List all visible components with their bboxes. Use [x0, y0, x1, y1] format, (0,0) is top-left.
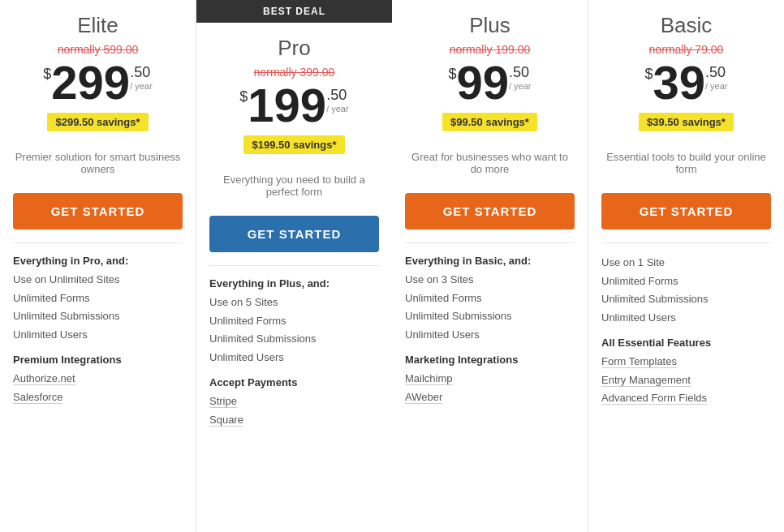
original-price: normally 199.00 — [405, 43, 575, 56]
plan-features: Use on 1 SiteUnlimited FormsUnlimited Su… — [588, 255, 784, 532]
feature-group-title: Everything in Plus, and: — [209, 277, 379, 290]
feature-item: Stripe — [209, 393, 379, 410]
feature-item: Authorize.net — [13, 371, 183, 387]
feature-item: Use on 1 Site — [601, 255, 771, 271]
plan-name: Pro — [209, 36, 379, 61]
plan-header: Pro normally 399.00 $ 199 .50 / year $19… — [196, 23, 392, 169]
feature-group-title: Everything in Basic, and: — [405, 255, 575, 267]
feature-item: Unlimited Forms — [405, 290, 575, 307]
feature-item: Use on 5 Sites — [209, 294, 379, 311]
plan-description: Great for businesses who want to do more — [405, 151, 575, 183]
price-main: 199 — [248, 82, 326, 129]
price-dollar: $ — [43, 66, 51, 83]
savings-badge: $99.50 savings* — [442, 113, 537, 131]
feature-item: Unlimited Users — [405, 327, 575, 343]
plan-divider — [601, 242, 771, 243]
plan-basic: Basic normally 79.00 $ 39 .50 / year $39… — [588, 0, 784, 532]
feature-link[interactable]: Stripe — [209, 395, 237, 408]
feature-link[interactable]: Salesforce — [13, 391, 62, 404]
plan-features: Everything in Basic, and:Use on 3 SitesU… — [392, 255, 588, 532]
price-year: / year — [509, 81, 532, 91]
feature-link[interactable]: Advanced Form Fields — [601, 392, 707, 405]
feature-item: Unlimited Users — [209, 350, 379, 366]
feature-link[interactable]: Form Templates — [601, 355, 677, 368]
plan-divider — [209, 265, 379, 266]
feature-link[interactable]: Entry Management — [601, 374, 691, 387]
price-cents: .50 — [509, 64, 529, 81]
feature-item: Unlimited Users — [601, 310, 771, 326]
price-cents-year: .50 / year — [130, 64, 153, 91]
original-price: normally 399.00 — [209, 66, 379, 79]
plan-name: Elite — [13, 13, 183, 38]
plan-description: Premier solution for smart business owne… — [13, 151, 183, 183]
price-dollar: $ — [644, 66, 653, 83]
feature-group: Everything in Basic, and:Use on 3 SitesU… — [405, 255, 575, 342]
feature-link[interactable]: Authorize.net — [13, 372, 75, 385]
feature-item: Unlimited Forms — [209, 313, 379, 329]
feature-group-title: Everything in Pro, and: — [13, 255, 183, 267]
price-cents: .50 — [326, 87, 347, 104]
feature-item: Unlimited Forms — [13, 290, 183, 307]
feature-link[interactable]: Mailchimp — [405, 372, 453, 385]
get-started-button[interactable]: GET STARTED — [13, 193, 183, 230]
best-deal-banner: BEST DEAL — [196, 0, 392, 23]
price-year: / year — [705, 81, 728, 91]
feature-link[interactable]: Square — [209, 414, 243, 427]
feature-item: Salesforce — [13, 389, 183, 405]
plan-plus: Plus normally 199.00 $ 99 .50 / year $99… — [392, 0, 588, 532]
price-cents-year: .50 / year — [326, 87, 349, 114]
price-row: $ 39 .50 / year — [601, 59, 771, 106]
plan-header: Elite normally 599.00 $ 299 .50 / year $… — [0, 0, 196, 146]
price-year: / year — [130, 81, 153, 91]
feature-group: Use on 1 SiteUnlimited FormsUnlimited Su… — [601, 255, 771, 325]
plan-header: Basic normally 79.00 $ 39 .50 / year $39… — [588, 0, 784, 146]
plan-name: Plus — [405, 13, 575, 38]
feature-item: Use on 3 Sites — [405, 272, 575, 288]
original-price: normally 79.00 — [601, 43, 771, 56]
feature-item: Unlimited Users — [13, 327, 183, 343]
feature-item: Entry Management — [601, 372, 771, 388]
plan-divider — [13, 242, 183, 243]
savings-badge: $39.50 savings* — [639, 113, 734, 131]
feature-group: Accept PaymentsStripeSquare — [209, 376, 379, 427]
feature-item: Form Templates — [601, 354, 771, 370]
plan-header: Plus normally 199.00 $ 99 .50 / year $99… — [392, 0, 588, 146]
feature-group-title: Premium Integrations — [13, 354, 183, 366]
price-cents: .50 — [130, 64, 150, 81]
plan-description: Essential tools to build your online for… — [601, 151, 771, 183]
get-started-button[interactable]: GET STARTED — [209, 216, 379, 252]
feature-item: Unlimited Submissions — [13, 308, 183, 324]
price-cents-year: .50 / year — [705, 64, 728, 91]
price-dollar: $ — [239, 88, 248, 105]
feature-item: Unlimited Submissions — [405, 308, 575, 324]
price-row: $ 299 .50 / year — [13, 59, 183, 106]
plan-divider — [405, 242, 575, 243]
feature-item: Square — [209, 412, 379, 428]
price-row: $ 199 .50 / year — [209, 82, 379, 129]
plan-features: Everything in Pro, and:Use on Unlimited … — [0, 255, 196, 532]
plan-pro: BEST DEAL Pro normally 399.00 $ 199 .50 … — [196, 0, 392, 532]
plan-name: Basic — [601, 13, 771, 38]
feature-item: Unlimited Submissions — [601, 291, 771, 307]
plan-features: Everything in Plus, and:Use on 5 SitesUn… — [196, 277, 392, 532]
feature-group: All Essential FeaturesForm TemplatesEntr… — [601, 337, 771, 406]
price-row: $ 99 .50 / year — [405, 59, 575, 106]
savings-badge: $299.50 savings* — [47, 113, 148, 131]
get-started-button[interactable]: GET STARTED — [601, 193, 771, 230]
feature-link[interactable]: AWeber — [405, 391, 442, 404]
price-cents-year: .50 / year — [509, 64, 532, 91]
plan-elite: Elite normally 599.00 $ 299 .50 / year $… — [0, 0, 196, 532]
price-dollar: $ — [448, 66, 456, 83]
get-started-button[interactable]: GET STARTED — [405, 193, 575, 230]
feature-item: AWeber — [405, 389, 575, 405]
feature-group-title: All Essential Features — [601, 337, 771, 349]
feature-group: Marketing IntegrationsMailchimpAWeber — [405, 354, 575, 405]
price-main: 299 — [51, 59, 130, 106]
feature-group: Everything in Plus, and:Use on 5 SitesUn… — [209, 277, 379, 365]
feature-item: Unlimited Submissions — [209, 331, 379, 347]
original-price: normally 599.00 — [13, 43, 183, 56]
savings-badge: $199.50 savings* — [243, 135, 344, 154]
price-year: / year — [326, 104, 349, 114]
feature-group-title: Accept Payments — [209, 376, 379, 388]
feature-item: Advanced Form Fields — [601, 390, 771, 406]
